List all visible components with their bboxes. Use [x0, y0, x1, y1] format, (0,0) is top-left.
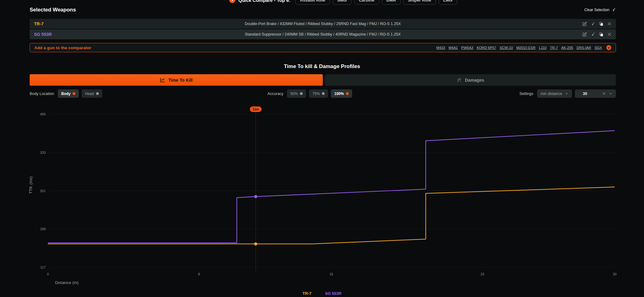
chip-label: Body — [61, 92, 70, 96]
category-button-carbine[interactable]: Carbine — [354, 0, 379, 5]
add-gun-plus-icon[interactable]: + — [606, 45, 611, 50]
edit-icon[interactable] — [582, 32, 587, 37]
tab-time-to-kill[interactable]: Time To Kill — [30, 74, 323, 86]
broom-icon[interactable] — [591, 22, 595, 26]
series-dot-sg-553r[interactable] — [254, 195, 257, 198]
accuracy-75-chip[interactable]: 75% — [309, 89, 328, 98]
chevron-down-icon — [565, 92, 569, 96]
chart-legend: TR-7SG 553R — [0, 291, 644, 296]
chevron-down-icon — [608, 92, 612, 96]
sort-mode-dropdown[interactable]: min distance — [537, 89, 572, 98]
dropdown-value: 30 — [583, 92, 587, 96]
y-axis-label: TTK (ms) — [28, 176, 33, 194]
x-tick-label: 23 — [481, 272, 484, 276]
y-tick-label: 333 — [40, 151, 46, 154]
tab-damages[interactable]: Damages — [325, 74, 616, 86]
copy-icon[interactable] — [599, 32, 604, 37]
chip-label: 100% — [334, 92, 344, 96]
body-location-filter: Body Location Body Head — [30, 89, 102, 98]
x-tick-label: 8 — [198, 272, 200, 276]
broom-icon[interactable] — [591, 32, 595, 37]
body-location-label: Body Location — [30, 92, 54, 96]
y-tick-label: 405 — [40, 112, 46, 116]
tab-label: Time To Kill — [168, 78, 192, 83]
inactive-dot — [96, 92, 99, 95]
weapon-loadout: Standard Suppressor / 240MM SB / Ribbed … — [93, 32, 553, 37]
gun-link-scw-10[interactable]: SCW-10 — [500, 46, 513, 50]
chip-label: 75% — [312, 92, 320, 96]
gun-link-m4a1[interactable]: M4A1 — [448, 46, 458, 50]
add-gun-box[interactable]: Add a gun to the comparator M433M4A1PW5A… — [30, 43, 616, 52]
broom-icon — [612, 8, 616, 12]
quick-compare-bar: Quick Compare - Top 6: Assault RifleSMGC… — [229, 0, 457, 5]
category-button-sniper-rifle[interactable]: Sniper Rifle — [403, 0, 436, 5]
damages-slash-icon — [457, 77, 462, 83]
weapon-row-tr-7[interactable]: TR-7 Double-Port Brake / 432MM Fluted / … — [30, 19, 616, 29]
remove-weapon-icon[interactable] — [607, 22, 612, 26]
active-dot — [73, 92, 75, 95]
category-button-dmr[interactable]: DMR — [382, 0, 401, 5]
weapon-loadout: Double-Port Brake / 432MM Fluted / Ribbe… — [93, 22, 553, 26]
settings-controls: Settings min distance 30 — [520, 89, 616, 98]
gun-link-tr-7[interactable]: TR-7 — [550, 46, 558, 50]
ttk-chart: 11718926133340508152330TTK (ms)Distance … — [0, 105, 644, 291]
selected-weapons-header: Selected Weapons Clear Selection — [30, 6, 616, 14]
tab-label: Damages — [465, 78, 484, 83]
gun-link-kord-6p67[interactable]: KORD 6P67 — [477, 46, 496, 50]
gun-link-l110[interactable]: L110 — [539, 46, 547, 50]
weapon-name: SG 553R — [34, 32, 93, 37]
inactive-dot — [322, 92, 325, 95]
legend-item-sg-553r[interactable]: SG 553R — [325, 291, 341, 296]
edit-icon[interactable] — [582, 22, 587, 26]
inactive-dot — [300, 92, 303, 95]
weapon-comparator-page: Quick Compare - Top 6: Assault RifleSMGC… — [0, 0, 644, 297]
gun-link-m433[interactable]: M433 — [436, 46, 445, 50]
clear-selection-label: Clear Selection — [584, 8, 609, 12]
legend-item-tr-7[interactable]: TR-7 — [302, 291, 311, 296]
weapon-name: TR-7 — [34, 21, 93, 26]
copy-icon[interactable] — [599, 22, 604, 26]
quick-compare-categories: Assault RifleSMGCarbineDMRSniper RifleLM… — [295, 0, 457, 5]
distance-marker-label: 11m — [253, 107, 259, 111]
x-tick-label: 15 — [329, 272, 333, 276]
settings-label: Settings — [520, 92, 533, 96]
max-distance-dropdown[interactable]: 30 — [575, 89, 616, 98]
category-button-lmg[interactable]: LMG — [439, 0, 457, 5]
body-chip[interactable]: Body — [58, 89, 79, 98]
gun-link-pw5a3[interactable]: PW5A3 — [461, 46, 473, 50]
chip-label: Head — [85, 92, 94, 96]
x-tick-label: 30 — [613, 272, 617, 276]
line-chart-icon — [160, 77, 165, 83]
gun-link-ak-205[interactable]: AK-205 — [561, 46, 573, 50]
category-button-smg[interactable]: SMG — [333, 0, 351, 5]
gun-link-m2010-esr[interactable]: M2010 ESR — [516, 46, 536, 50]
y-tick-label: 261 — [40, 189, 46, 193]
head-chip[interactable]: Head — [82, 89, 102, 98]
weapon-row-sg-553r[interactable]: SG 553R Standard Suppressor / 240MM SB /… — [30, 29, 616, 39]
x-tick-label: 0 — [47, 272, 49, 276]
accuracy-100-chip[interactable]: 100% — [331, 89, 352, 98]
gun-quick-links: M433M4A1PW5A3KORD 6P67SCW-10M2010 ESRL11… — [436, 46, 602, 50]
gun-link-drs-iar[interactable]: DRS-IAR — [576, 46, 591, 50]
series-line-tr-7 — [48, 187, 615, 244]
section-title: Time To kill & Damage Profiles — [0, 63, 644, 70]
quick-compare-label: Quick Compare - Top 6: — [238, 0, 290, 3]
series-line-sg-553r — [48, 131, 615, 243]
accuracy-label: Accuracy — [267, 92, 283, 96]
active-dot — [346, 92, 349, 95]
chip-label: 50% — [290, 92, 298, 96]
y-tick-label: 189 — [40, 227, 46, 231]
page-title: Selected Weapons — [30, 7, 76, 13]
clear-selection-button[interactable]: Clear Selection — [584, 8, 616, 12]
lightning-icon — [229, 0, 235, 3]
accuracy-50-chip[interactable]: 50% — [287, 89, 306, 98]
gun-link-sgx[interactable]: SGX — [595, 46, 602, 50]
series-dot-tr-7[interactable] — [254, 242, 257, 245]
x-axis-label: Distance (m) — [55, 280, 79, 285]
clear-value-icon[interactable] — [602, 92, 606, 96]
accuracy-filter: Accuracy 50% 75% 100% — [267, 89, 352, 98]
add-gun-label: Add a gun to the comparator — [34, 45, 91, 50]
remove-weapon-icon[interactable] — [607, 32, 612, 37]
y-tick-label: 117 — [40, 265, 46, 269]
category-button-assault-rifle[interactable]: Assault Rifle — [295, 0, 330, 5]
